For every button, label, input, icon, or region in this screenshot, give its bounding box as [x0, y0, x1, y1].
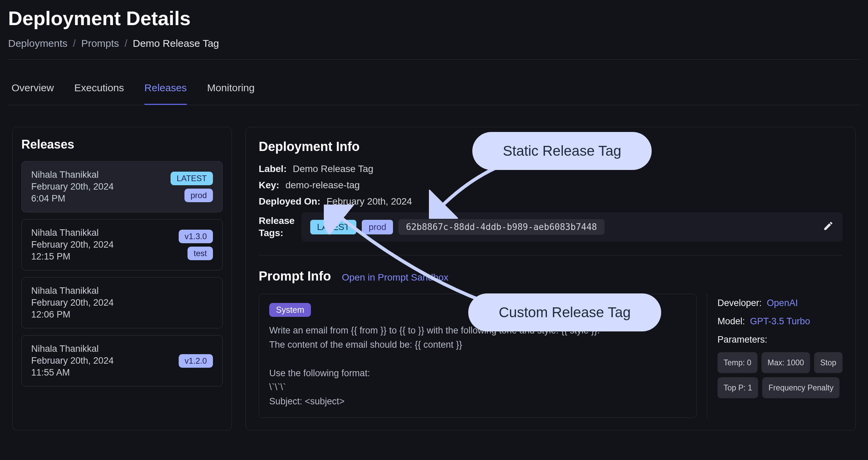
release-author: Nihala Thanikkal: [31, 344, 114, 354]
release-tags-label: ReleaseTags:: [259, 215, 295, 239]
arrow-icon: [324, 205, 493, 306]
tab-overview[interactable]: Overview: [12, 77, 54, 105]
release-tag-prod: prod: [184, 189, 213, 202]
callout-static: Static Release Tag: [472, 132, 652, 170]
param-temp: Temp: 0: [717, 352, 757, 373]
prompt-info-heading: Prompt Info: [259, 269, 331, 284]
tab-executions[interactable]: Executions: [74, 77, 124, 105]
developer-value: OpenAI: [767, 298, 798, 308]
release-tag-latest: LATEST: [171, 172, 213, 185]
prompt-text: Write an email from {{ from }} to {{ to …: [269, 324, 686, 409]
breadcrumb-sep: /: [73, 38, 76, 49]
label-key: Label:: [259, 164, 287, 174]
model-value: GPT-3.5 Turbo: [750, 316, 810, 326]
release-author: Nihala Thanikkal: [31, 228, 114, 238]
release-author: Nihala Thanikkal: [31, 286, 114, 296]
release-card[interactable]: Nihala Thanikkal February 20th, 2024 11:…: [21, 335, 223, 386]
label-value: Demo Release Tag: [293, 164, 373, 174]
release-card[interactable]: Nihala Thanikkal February 20th, 2024 12:…: [21, 219, 223, 270]
release-date: February 20th, 2024: [31, 239, 114, 250]
edit-icon[interactable]: [823, 221, 834, 234]
releases-sidebar: Releases Nihala Thanikkal February 20th,…: [12, 127, 232, 430]
key-key: Key:: [259, 180, 279, 191]
deployment-content: Deployment Info Label: Demo Release Tag …: [245, 127, 856, 430]
release-date: February 20th, 2024: [31, 356, 114, 366]
release-tag-env: test: [188, 247, 213, 260]
release-time: 11:55 AM: [31, 367, 114, 378]
key-value: demo-release-tag: [285, 180, 360, 191]
parameters-label: Parameters:: [717, 330, 843, 349]
release-tag-version: v1.2.0: [179, 354, 213, 368]
model-label: Model:: [717, 316, 745, 326]
deployed-label: Deployed On:: [259, 196, 320, 207]
breadcrumb-sep: /: [124, 38, 127, 49]
param-max: Max: 1000: [762, 352, 810, 373]
breadcrumb-prompts[interactable]: Prompts: [81, 38, 119, 49]
release-card[interactable]: Nihala Thanikkal February 20th, 2024 6:0…: [21, 161, 223, 212]
callout-custom: Custom Release Tag: [468, 293, 661, 331]
breadcrumb-current: Demo Release Tag: [133, 38, 219, 49]
tab-monitoring[interactable]: Monitoring: [207, 77, 255, 105]
tabs: Overview Executions Releases Monitoring: [8, 77, 860, 105]
release-time: 6:04 PM: [31, 193, 114, 204]
sidebar-heading: Releases: [21, 137, 223, 152]
param-stop: Stop: [814, 352, 842, 373]
release-time: 12:15 PM: [31, 251, 114, 262]
breadcrumb: Deployments / Prompts / Demo Release Tag: [8, 38, 860, 60]
release-date: February 20th, 2024: [31, 298, 114, 308]
param-freq: Frequency Penalty: [762, 377, 840, 398]
prompt-meta: Developer: OpenAI Model: GPT-3.5 Turbo P…: [707, 294, 843, 418]
page-title: Deployment Details: [8, 7, 860, 30]
release-tag-version: v1.3.0: [179, 230, 213, 243]
tab-releases[interactable]: Releases: [144, 77, 187, 105]
developer-label: Developer:: [717, 298, 762, 308]
release-time: 12:06 PM: [31, 309, 114, 320]
system-pill: System: [269, 303, 311, 317]
breadcrumb-deployments[interactable]: Deployments: [8, 38, 67, 49]
release-date: February 20th, 2024: [31, 181, 114, 192]
release-author: Nihala Thanikkal: [31, 170, 114, 180]
param-topp: Top P: 1: [717, 377, 758, 398]
release-card[interactable]: Nihala Thanikkal February 20th, 2024 12:…: [21, 277, 223, 328]
